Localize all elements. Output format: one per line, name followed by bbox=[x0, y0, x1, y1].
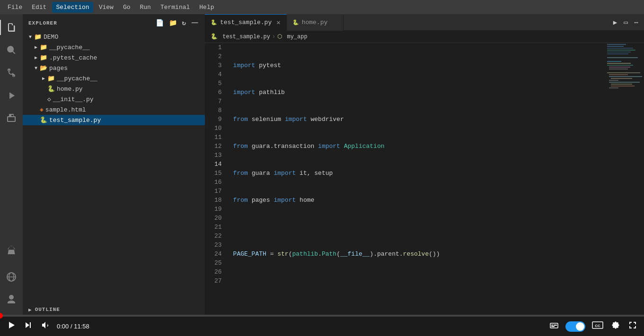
extensions-activity-icon[interactable] bbox=[0, 107, 23, 129]
more-actions-btn[interactable]: ⋯ bbox=[633, 17, 640, 27]
sample-html-label: sample.html bbox=[45, 106, 86, 113]
breadcrumb-symbol-icon: ⬡ bbox=[277, 34, 282, 40]
explorer-header: EXPLORER 📄 📁 ↻ ⸻ bbox=[23, 14, 205, 32]
tab-home-icon: 🐍 bbox=[292, 19, 299, 26]
new-file-icon[interactable]: 📄 bbox=[155, 18, 165, 28]
pages-folder-icon: 📂 bbox=[40, 64, 47, 72]
breadcrumb-sep: › bbox=[272, 34, 275, 40]
svg-rect-6 bbox=[607, 50, 635, 51]
explorer-title: EXPLORER bbox=[28, 20, 57, 26]
tree-item-pages-pycache[interactable]: ▶ 📁 __pycache__ bbox=[23, 73, 205, 84]
tree-root-folder[interactable]: ▼ 📁 DEMO bbox=[23, 32, 205, 42]
collapse-all-icon[interactable]: ⸻ bbox=[190, 18, 199, 28]
tab-test-sample-close[interactable]: ✕ bbox=[276, 18, 280, 26]
breadcrumb: 🐍 test_sample.py › ⬡ my_app bbox=[205, 31, 644, 43]
activity-bar bbox=[0, 14, 23, 315]
skip-forward-button[interactable] bbox=[23, 319, 34, 333]
svg-rect-15 bbox=[607, 72, 640, 73]
svg-rect-26 bbox=[554, 325, 557, 326]
svg-rect-10 bbox=[607, 61, 621, 62]
tab-test-sample-label: test_sample.py bbox=[220, 19, 272, 26]
svg-rect-21 bbox=[611, 84, 632, 85]
menu-file[interactable]: File bbox=[4, 2, 26, 13]
home-py-icon: 🐍 bbox=[47, 85, 55, 93]
outline-label: OUTLINE bbox=[35, 307, 60, 312]
volume-button[interactable] bbox=[40, 319, 51, 333]
run-debug-activity-icon[interactable] bbox=[0, 84, 23, 107]
svg-rect-11 bbox=[607, 63, 631, 64]
tab-bar: 🐍 test_sample.py ✕ 🐍 home.py ▶ ▭ ⋯ bbox=[205, 14, 644, 31]
tab-home-py[interactable]: 🐍 home.py bbox=[287, 14, 344, 31]
main-area: EXPLORER 📄 📁 ↻ ⸻ ▼ 📁 DEMO ▶ 📁 __pycache_… bbox=[0, 14, 644, 315]
svg-text:CC: CC bbox=[595, 324, 600, 328]
tree-item-test-sample-py[interactable]: ▶ 🐍 test_sample.py bbox=[23, 115, 205, 125]
code-content[interactable]: import pytest import pathlib from seleni… bbox=[231, 43, 606, 315]
play-button[interactable] bbox=[6, 319, 17, 333]
sidebar: EXPLORER 📄 📁 ↻ ⸻ ▼ 📁 DEMO ▶ 📁 __pycache_… bbox=[23, 14, 205, 315]
tree-item-pytest-cache[interactable]: ▶ 📁 .pytest_cache bbox=[23, 52, 205, 63]
svg-rect-23 bbox=[609, 87, 618, 88]
menu-go[interactable]: Go bbox=[119, 2, 134, 13]
time-display: 0:00 / 11:58 bbox=[57, 323, 89, 330]
tree-item-sample-html[interactable]: ▶ ◈ sample.html bbox=[23, 104, 205, 115]
tab-bar-right: ▶ ▭ ⋯ bbox=[608, 17, 644, 27]
test-sample-py-icon: 🐍 bbox=[40, 116, 47, 124]
tree-item-init-py[interactable]: ▶ ◇ __init__.py bbox=[23, 94, 205, 104]
breadcrumb-file[interactable]: 🐍 test_sample.py bbox=[211, 33, 270, 40]
new-folder-icon[interactable]: 📁 bbox=[168, 18, 178, 28]
fullscreen-button[interactable] bbox=[627, 319, 638, 333]
svg-rect-19 bbox=[609, 80, 618, 81]
toggle-switch[interactable] bbox=[565, 321, 585, 332]
subtitles-button[interactable]: CC bbox=[591, 319, 604, 333]
svg-rect-7 bbox=[607, 52, 631, 52]
pages-pycache-icon: 📁 bbox=[47, 75, 55, 82]
menu-edit[interactable]: Edit bbox=[28, 2, 50, 13]
pycache1-folder-icon: 📁 bbox=[40, 43, 47, 51]
tree-item-home-py[interactable]: ▶ 🐍 home.py bbox=[23, 84, 205, 94]
init-py-label: __init__.py bbox=[53, 96, 94, 103]
editor-area: 🐍 test_sample.py ✕ 🐍 home.py ▶ ▭ ⋯ 🐍 tes… bbox=[205, 14, 644, 315]
menu-view[interactable]: View bbox=[95, 2, 117, 13]
line-numbers: 1 2 3 4 5 6 7 8 9 10 11 12 13 14 15 16 1… bbox=[205, 43, 231, 315]
tab-test-sample-icon: 🐍 bbox=[211, 19, 217, 26]
menu-help[interactable]: Help bbox=[195, 2, 218, 13]
current-time: 0:00 bbox=[57, 323, 69, 330]
breadcrumb-symbol[interactable]: ⬡ my_app bbox=[277, 33, 307, 40]
menu-run[interactable]: Run bbox=[136, 2, 154, 13]
outline-bar[interactable]: ▶ OUTLINE bbox=[23, 304, 205, 315]
right-controls: CC bbox=[548, 319, 638, 333]
svg-rect-17 bbox=[609, 76, 642, 77]
remote-activity-icon[interactable] bbox=[0, 266, 23, 288]
toggle-knob bbox=[576, 322, 584, 331]
menu-terminal[interactable]: Terminal bbox=[157, 2, 194, 13]
code-editor[interactable]: 1 2 3 4 5 6 7 8 9 10 11 12 13 14 15 16 1… bbox=[205, 43, 644, 315]
test-activity-icon[interactable] bbox=[0, 239, 23, 262]
tree-item-pages[interactable]: ▼ 📂 pages bbox=[23, 63, 205, 73]
svg-rect-3 bbox=[607, 44, 626, 45]
svg-rect-27 bbox=[551, 326, 555, 327]
tree-item-pycache1[interactable]: ▶ 📁 __pycache__ bbox=[23, 42, 205, 52]
init-py-icon: ◇ bbox=[47, 95, 51, 103]
split-editor-btn[interactable]: ▭ bbox=[622, 17, 629, 27]
tab-test-sample-py[interactable]: 🐍 test_sample.py ✕ bbox=[205, 14, 287, 31]
source-control-activity-icon[interactable] bbox=[0, 61, 23, 84]
breadcrumb-file-icon: 🐍 bbox=[211, 34, 218, 40]
search-activity-icon[interactable] bbox=[0, 39, 23, 61]
caption-select[interactable] bbox=[548, 319, 560, 333]
sidebar-header-icons: 📄 📁 ↻ ⸻ bbox=[155, 18, 199, 28]
total-time: 11:58 bbox=[74, 323, 89, 330]
root-folder-label: DEMO bbox=[44, 34, 58, 41]
menu-selection[interactable]: Selection bbox=[52, 2, 93, 13]
refresh-icon[interactable]: ↻ bbox=[181, 18, 187, 28]
progress-bar[interactable] bbox=[0, 315, 644, 317]
pages-arrow: ▼ bbox=[32, 66, 40, 71]
test-sample-py-label: test_sample.py bbox=[49, 117, 101, 124]
explorer-activity-icon[interactable] bbox=[0, 16, 23, 39]
file-tree: ▼ 📁 DEMO ▶ 📁 __pycache__ ▶ 📁 .pytest_cac… bbox=[23, 32, 205, 125]
folder-icon: 📁 bbox=[34, 33, 42, 41]
account-activity-icon[interactable] bbox=[0, 288, 23, 311]
pytest-cache-arrow: ▶ bbox=[32, 55, 40, 60]
settings-button[interactable] bbox=[610, 319, 621, 333]
menu-bar: File Edit Selection View Go Run Terminal… bbox=[0, 0, 644, 14]
run-file-btn[interactable]: ▶ bbox=[611, 17, 619, 27]
